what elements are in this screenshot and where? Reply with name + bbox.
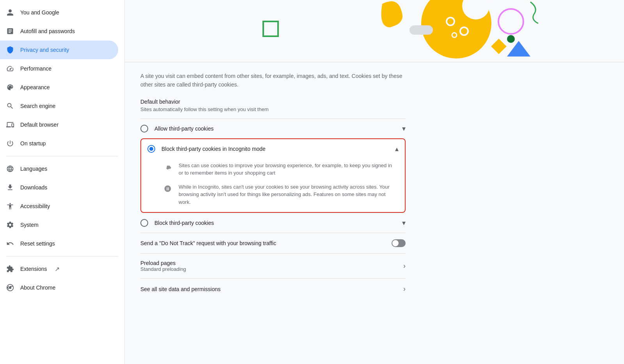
sidebar-item-default-browser[interactable]: Default browser xyxy=(0,115,118,134)
illustration-area xyxy=(125,0,624,62)
reset-icon xyxy=(6,240,14,247)
site-data-title: See all site data and permissions xyxy=(140,286,397,292)
sidebar-item-label: Default browser xyxy=(20,122,58,128)
sidebar-item-label: You and Google xyxy=(20,9,59,16)
extension-icon xyxy=(6,265,14,273)
allow-cookies-label: Allow third-party cookies xyxy=(154,125,396,132)
sidebar-item-label: Search engine xyxy=(20,103,55,109)
site-data-arrow: › xyxy=(403,285,406,293)
do-not-track-label: Send a "Do Not Track" request with your … xyxy=(140,240,385,246)
sidebar-item-about-chrome[interactable]: About Chrome xyxy=(0,278,118,297)
divider-1 xyxy=(6,156,118,156)
sidebar-item-label: Downloads xyxy=(20,184,47,191)
sidebar-item-reset[interactable]: Reset settings xyxy=(0,234,118,253)
sidebar-item-on-startup[interactable]: On startup xyxy=(0,134,118,153)
preload-pages-content: Preload pages Standard preloading xyxy=(140,260,397,272)
block-icon xyxy=(163,184,172,193)
sidebar-item-extensions[interactable]: Extensions ↗ xyxy=(0,260,118,278)
cookie-icon xyxy=(163,163,172,172)
block-all-cookies-radio[interactable] xyxy=(140,219,148,227)
preload-pages-subtitle: Standard preloading xyxy=(140,266,397,272)
sidebar-item-downloads[interactable]: Downloads xyxy=(0,178,118,197)
block-all-cookies-option[interactable]: Block third-party cookies ▾ xyxy=(140,213,406,233)
sidebar-item-label: Extensions xyxy=(20,266,47,272)
sidebar-item-label: Autofill and passwords xyxy=(20,28,75,34)
default-behavior-title: Default behavior xyxy=(140,99,406,105)
sidebar-item-search-engine[interactable]: Search engine xyxy=(0,97,118,115)
block-incognito-radio[interactable] xyxy=(147,145,155,153)
allow-cookies-chevron: ▾ xyxy=(402,124,406,133)
svg-rect-11 xyxy=(491,39,507,54)
language-icon xyxy=(6,165,14,173)
sidebar-item-label: Languages xyxy=(20,166,47,172)
svg-rect-8 xyxy=(410,25,433,35)
preload-pages-arrow: › xyxy=(403,262,406,270)
power-icon xyxy=(6,140,14,147)
sidebar-item-label: Performance xyxy=(20,65,51,72)
sidebar-item-system[interactable]: System xyxy=(0,216,118,234)
description-text: A site you visit can embed content from … xyxy=(140,72,406,89)
search-icon xyxy=(6,102,14,110)
sidebar-item-autofill[interactable]: Autofill and passwords xyxy=(0,22,118,41)
allow-cookies-radio[interactable] xyxy=(140,125,148,133)
sidebar-item-you-and-google[interactable]: You and Google xyxy=(0,3,118,22)
sidebar-item-label: System xyxy=(20,222,39,228)
download-icon xyxy=(6,184,14,191)
palette-icon xyxy=(6,83,14,91)
preload-pages-title: Preload pages xyxy=(140,260,397,266)
sidebar-item-label: On startup xyxy=(20,140,46,147)
sidebar: You and Google Autofill and passwords Pr… xyxy=(0,0,125,364)
info-row-1: Sites can use cookies to improve your br… xyxy=(163,162,395,177)
svg-point-10 xyxy=(507,35,515,43)
sidebar-item-label: Accessibility xyxy=(20,203,50,209)
sidebar-item-label: Reset settings xyxy=(20,240,55,247)
sidebar-item-appearance[interactable]: Appearance xyxy=(0,78,118,97)
toggle-thumb xyxy=(392,240,399,246)
block-incognito-option[interactable]: Block third-party cookies in Incognito m… xyxy=(141,139,405,159)
sidebar-item-privacy[interactable]: Privacy and security xyxy=(0,41,118,59)
info-row-2: While in Incognito, sites can't use your… xyxy=(163,183,395,206)
accessibility-icon xyxy=(6,202,14,210)
block-incognito-label: Block third-party cookies in Incognito m… xyxy=(161,146,389,152)
svg-point-1 xyxy=(9,286,12,289)
sidebar-item-label: About Chrome xyxy=(20,284,55,291)
default-behavior-subtitle: Sites automatically follow this setting … xyxy=(140,106,406,112)
main-content: A site you visit can embed content from … xyxy=(125,0,624,364)
site-data-content: See all site data and permissions xyxy=(140,286,397,292)
sidebar-item-label: Appearance xyxy=(20,84,50,90)
divider-2 xyxy=(6,256,118,256)
info-text-1: Sites can use cookies to improve your br… xyxy=(179,162,395,177)
sidebar-item-performance[interactable]: Performance xyxy=(0,59,118,78)
site-data-row[interactable]: See all site data and permissions › xyxy=(140,278,406,299)
block-incognito-chevron: ▴ xyxy=(395,145,399,153)
preload-pages-row[interactable]: Preload pages Standard preloading › xyxy=(140,253,406,278)
settings-icon xyxy=(6,221,14,229)
svg-marker-12 xyxy=(507,41,530,57)
info-text-2: While in Incognito, sites can't use your… xyxy=(179,183,395,206)
svg-rect-7 xyxy=(263,21,278,36)
block-incognito-details: Sites can use cookies to improve your br… xyxy=(141,159,405,212)
chrome-icon xyxy=(6,284,14,292)
sidebar-item-label: Privacy and security xyxy=(20,47,69,53)
block-all-cookies-label: Block third-party cookies xyxy=(154,220,396,226)
shield-icon xyxy=(6,46,14,54)
external-link-icon: ↗ xyxy=(55,265,60,273)
block-all-cookies-chevron: ▾ xyxy=(402,219,406,227)
sidebar-item-languages[interactable]: Languages xyxy=(0,159,118,178)
assignment-icon xyxy=(6,27,14,35)
person-icon xyxy=(6,9,14,16)
block-incognito-container: Block third-party cookies in Incognito m… xyxy=(140,138,406,213)
do-not-track-row: Send a "Do Not Track" request with your … xyxy=(140,233,406,253)
do-not-track-toggle[interactable] xyxy=(392,239,406,247)
settings-content: A site you visit can embed content from … xyxy=(125,62,421,309)
web-icon xyxy=(6,121,14,129)
allow-cookies-option[interactable]: Allow third-party cookies ▾ xyxy=(140,118,406,138)
sidebar-item-accessibility[interactable]: Accessibility xyxy=(0,197,118,216)
illustration-svg xyxy=(125,0,624,62)
svg-point-9 xyxy=(498,9,523,34)
speed-icon xyxy=(6,65,14,72)
